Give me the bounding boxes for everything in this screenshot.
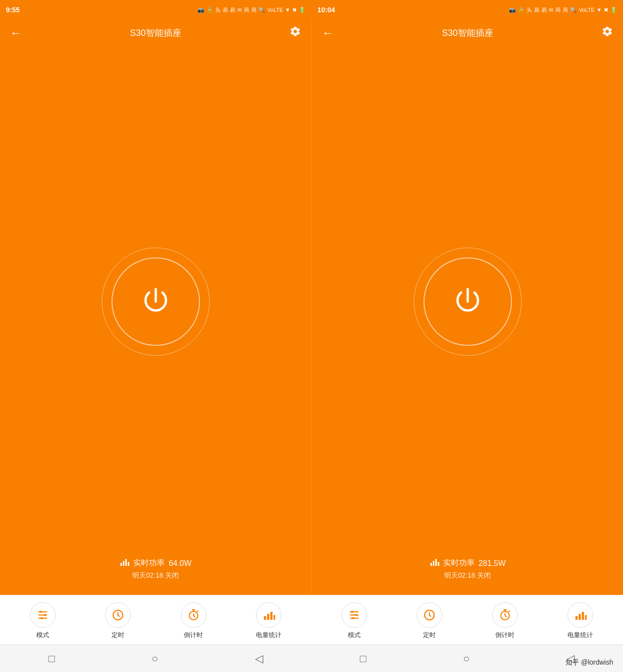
right-schedule: 明天02:18 关闭: [444, 571, 491, 580]
right-power-icon: [448, 282, 487, 321]
svg-rect-3: [128, 562, 129, 566]
svg-rect-37: [585, 615, 587, 620]
left-power-label: 实时功率: [133, 558, 165, 568]
left-stopwatch-icon: [187, 609, 200, 621]
status-bars: 9:55 📷 🔒 头 易 易 ✉ 局 局 🔍 VoLTE ▼ ✖ 🔋 10:04…: [0, 0, 623, 20]
right-back-button[interactable]: ←: [322, 26, 334, 40]
watermark: 知乎 @lordwish: [566, 658, 613, 667]
nav-square-button[interactable]: □: [33, 647, 69, 670]
right-timer-label: 定时: [423, 631, 436, 640]
left-clock-icon: [112, 609, 124, 621]
left-mode-item[interactable]: 模式: [28, 602, 57, 640]
right-power-reading: 实时功率 281.5W: [429, 557, 506, 569]
right-sliders-icon: [348, 609, 361, 621]
right-status-icons: 📷 🔒 头 易 易 ✉ 局 局 🔍 VoLTE ▼ ✖ 🔋: [509, 6, 617, 14]
left-stats-item[interactable]: 电量统计: [254, 602, 283, 640]
right-countdown-item[interactable]: 倒计时: [490, 602, 520, 640]
left-outer-ring: [102, 248, 210, 356]
svg-point-26: [351, 611, 353, 613]
right-countdown-icon-circle: [492, 602, 518, 628]
left-timer-icon-circle: [105, 602, 131, 628]
right-gear-icon: [601, 26, 613, 37]
right-toolbar: 模式 定时 倒计时: [312, 595, 623, 644]
nav-circle-button[interactable]: ○: [137, 647, 172, 670]
left-timer-item[interactable]: 定时: [103, 602, 133, 640]
right-outer-ring: [414, 248, 522, 356]
svg-rect-36: [582, 612, 584, 620]
right-stopwatch-icon: [499, 609, 511, 621]
left-countdown-label: 倒计时: [184, 631, 203, 640]
left-back-button[interactable]: ←: [10, 26, 22, 40]
svg-rect-19: [264, 616, 266, 620]
right-clock-icon: [423, 609, 436, 621]
left-settings-button[interactable]: [289, 26, 301, 40]
left-status-bar: 9:55 📷 🔒 头 易 易 ✉ 局 局 🔍 VoLTE ▼ ✖ 🔋: [0, 0, 312, 20]
left-countdown-item[interactable]: 倒计时: [179, 602, 208, 640]
left-timer-label: 定时: [112, 631, 124, 640]
svg-point-28: [352, 617, 354, 619]
svg-rect-1: [123, 561, 124, 566]
svg-rect-0: [120, 563, 122, 566]
left-stats-label: 电量统计: [256, 631, 282, 640]
left-mode-icon-circle: [30, 602, 56, 628]
left-barchart-icon: [262, 609, 275, 621]
right-barchart-icon: [574, 609, 587, 621]
right-header: ← S30智能插座: [312, 20, 623, 46]
left-gear-icon: [289, 26, 301, 37]
left-power-reading: 实时功率 64.0W: [119, 557, 191, 569]
nav-triangle-button[interactable]: ◁: [240, 647, 278, 670]
right-countdown-label: 倒计时: [495, 631, 514, 640]
svg-point-27: [355, 614, 357, 616]
right-chart-icon: [429, 557, 439, 569]
bottom-toolbar: 模式 定时 倒计时: [0, 595, 623, 644]
svg-line-33: [509, 611, 510, 612]
right-mode-label: 模式: [348, 631, 361, 640]
left-power-value: 64.0W: [169, 559, 191, 568]
right-time: 10:04: [317, 6, 335, 14]
right-timer-item[interactable]: 定时: [415, 602, 444, 640]
right-power-value: 281.5W: [479, 559, 506, 568]
left-header: ← S30智能插座: [0, 20, 311, 46]
right-stats-label: 电量统计: [567, 631, 593, 640]
left-toolbar: 模式 定时 倒计时: [0, 595, 312, 644]
nav-circle-button-2[interactable]: ○: [448, 647, 484, 670]
right-power-label: 实时功率: [443, 558, 475, 568]
left-power-icon: [136, 282, 175, 321]
left-mode-label: 模式: [36, 631, 49, 640]
nav-bar: □ ○ ◁ □ ○ ◁ 知乎 @lordwish: [0, 644, 623, 672]
right-title: S30智能插座: [442, 27, 493, 39]
left-title: S30智能插座: [130, 27, 181, 39]
left-info-row: 实时功率 64.0W 明天02:18 关闭: [0, 557, 311, 595]
right-phone-panel: ← S30智能插座: [312, 20, 623, 595]
svg-rect-5: [433, 561, 434, 566]
right-power-area: [312, 46, 623, 557]
nav-square-button-2[interactable]: □: [345, 647, 381, 670]
left-status-icons: 📷 🔒 头 易 易 ✉ 局 局 🔍 VoLTE ▼ ✖ 🔋: [198, 6, 306, 14]
left-sliders-icon: [36, 609, 49, 621]
svg-rect-35: [579, 614, 581, 620]
svg-point-11: [39, 611, 41, 613]
right-settings-button[interactable]: [601, 26, 613, 40]
right-stats-icon-circle: [567, 602, 593, 628]
svg-rect-2: [125, 559, 127, 566]
svg-line-18: [197, 611, 198, 612]
svg-point-13: [40, 617, 42, 619]
left-power-area: [0, 46, 311, 557]
left-countdown-icon-circle: [181, 602, 206, 628]
left-stats-icon-circle: [256, 602, 282, 628]
svg-rect-4: [430, 563, 432, 566]
svg-point-12: [44, 614, 46, 616]
left-phone-panel: ← S30智能插座: [0, 20, 311, 595]
right-mode-item[interactable]: 模式: [340, 602, 369, 640]
left-power-button[interactable]: [112, 257, 200, 346]
right-power-button[interactable]: [424, 257, 512, 346]
svg-rect-21: [271, 612, 273, 620]
svg-rect-20: [267, 614, 269, 620]
svg-rect-22: [274, 615, 275, 620]
svg-rect-34: [576, 616, 578, 620]
left-time: 9:55: [6, 6, 20, 14]
svg-rect-6: [435, 559, 437, 566]
right-stats-item[interactable]: 电量统计: [566, 602, 595, 640]
svg-rect-7: [438, 562, 439, 566]
main-area: ← S30智能插座: [0, 20, 623, 595]
